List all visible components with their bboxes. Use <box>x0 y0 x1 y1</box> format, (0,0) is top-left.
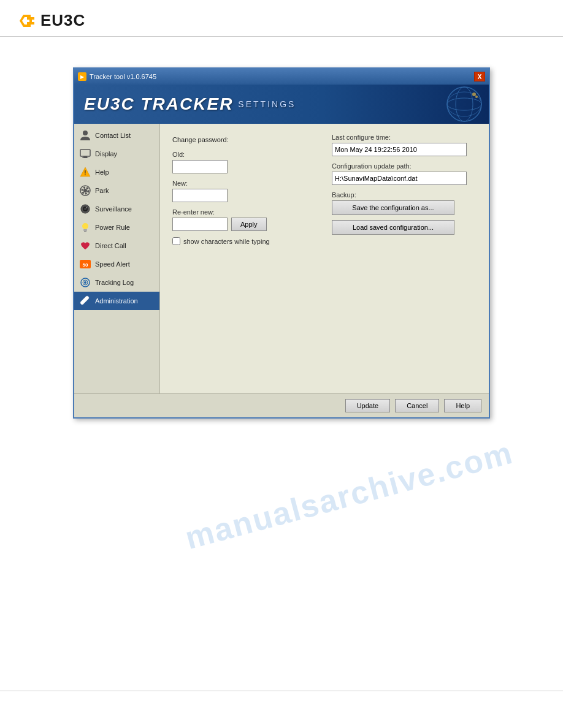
svg-marker-0 <box>20 15 31 27</box>
svg-rect-9 <box>80 150 90 156</box>
sidebar-label-direct-call: Direct Call <box>95 242 126 249</box>
svg-point-8 <box>83 131 88 135</box>
svg-point-20 <box>86 207 87 208</box>
config-update-path-input[interactable] <box>332 172 467 185</box>
svg-point-29 <box>81 302 83 305</box>
globe-decoration <box>434 85 483 124</box>
svg-point-6 <box>472 93 476 96</box>
sidebar-label-park: Park <box>95 187 109 194</box>
svg-text:!: ! <box>84 170 86 176</box>
last-configure-label: Last configure time: <box>332 134 477 141</box>
svg-rect-23 <box>84 231 86 232</box>
reenter-label: Re-enter new: <box>172 208 307 216</box>
camera-icon <box>79 203 91 215</box>
sidebar: Contact List Display <box>74 124 160 393</box>
sidebar-item-contact-list[interactable]: Contact List <box>74 126 159 145</box>
warning-icon: ! <box>79 166 91 178</box>
page-content: ▶ Tracker tool v1.0.6745 X EU3C TRACKER … <box>0 37 563 449</box>
new-password-row: New: <box>172 180 307 202</box>
person-icon <box>79 129 91 142</box>
sidebar-item-park[interactable]: Park <box>74 181 159 200</box>
sidebar-label-contact-list: Contact List <box>95 132 131 139</box>
svg-marker-1 <box>27 17 34 25</box>
svg-point-4 <box>447 98 481 110</box>
tracker-window: ▶ Tracker tool v1.0.6745 X EU3C TRACKER … <box>73 67 490 419</box>
heart-icon <box>79 240 91 252</box>
sidebar-label-tracking-log: Tracking Log <box>95 279 134 286</box>
svg-text:50: 50 <box>83 262 88 268</box>
display-icon <box>79 148 91 160</box>
change-password-section: Change password: <box>172 134 307 145</box>
backup-row: Backup: Save the configuration as... Loa… <box>332 191 477 235</box>
window-title-icon: ▶ <box>78 72 86 81</box>
show-characters-checkbox[interactable] <box>172 237 180 245</box>
window-title: ▶ Tracker tool v1.0.6745 <box>78 72 156 81</box>
app-body: Contact List Display <box>74 124 489 393</box>
svg-point-5 <box>447 92 481 116</box>
speed-icon: 50 <box>79 258 91 270</box>
main-panel: Change password: Old: New: Re-enter new: <box>160 124 489 393</box>
update-button[interactable]: Update <box>345 399 390 412</box>
right-column: Last configure time: Configuration updat… <box>332 134 477 245</box>
left-column: Change password: Old: New: Re-enter new: <box>172 134 307 245</box>
old-password-row: Old: <box>172 151 307 173</box>
reenter-password-input[interactable] <box>172 218 228 231</box>
window-titlebar: ▶ Tracker tool v1.0.6745 X <box>74 69 489 85</box>
sidebar-label-help: Help <box>95 169 109 176</box>
bottom-bar: Update Cancel Help <box>74 393 489 417</box>
sidebar-label-power-rule: Power Rule <box>95 224 130 231</box>
show-characters-row: show characters while typing <box>172 237 307 245</box>
watermark: manualsarchive.com <box>181 434 516 556</box>
eu3c-logo-icon <box>18 12 38 29</box>
app-title-sub: SETTINGS <box>238 99 296 109</box>
page-header: EU3C <box>0 0 563 37</box>
gear-icon <box>79 184 91 197</box>
window-close-button[interactable]: X <box>474 72 485 82</box>
backup-label: Backup: <box>332 191 477 199</box>
app-title-main: EU3C TRACKER <box>84 94 233 114</box>
svg-point-28 <box>84 281 86 284</box>
apply-button[interactable]: Apply <box>231 218 267 231</box>
sidebar-item-administration[interactable]: Administration <box>74 292 159 310</box>
old-password-input[interactable] <box>172 160 228 173</box>
reenter-password-row: Re-enter new: Apply <box>172 208 307 231</box>
svg-point-7 <box>475 96 478 98</box>
config-update-path-label: Configuration update path: <box>332 162 477 170</box>
sidebar-item-power-rule[interactable]: Power Rule <box>74 218 159 237</box>
last-configure-value[interactable] <box>332 143 467 156</box>
two-col-layout: Change password: Old: New: Re-enter new: <box>172 134 477 245</box>
sidebar-item-direct-call[interactable]: Direct Call <box>74 237 159 255</box>
config-update-path-row: Configuration update path: <box>332 162 477 185</box>
sidebar-label-speed-alert: Speed Alert <box>95 260 130 268</box>
new-password-input[interactable] <box>172 189 228 202</box>
svg-rect-22 <box>83 229 87 231</box>
new-label: New: <box>172 180 307 187</box>
svg-rect-11 <box>82 157 88 158</box>
sidebar-item-tracking-log[interactable]: Tracking Log <box>74 273 159 292</box>
window-title-text: Tracker tool v1.0.6745 <box>90 73 156 80</box>
sidebar-item-surveillance[interactable]: Surveillance <box>74 200 159 218</box>
page-footer <box>0 691 563 703</box>
app-banner: EU3C TRACKER SETTINGS <box>74 85 489 124</box>
sidebar-label-administration: Administration <box>95 297 138 305</box>
svg-rect-10 <box>83 156 87 157</box>
sidebar-item-display[interactable]: Display <box>74 145 159 163</box>
sidebar-label-surveillance: Surveillance <box>95 205 132 213</box>
old-label: Old: <box>172 151 307 158</box>
logo-text: EU3C <box>40 11 85 30</box>
wrench-icon <box>79 295 91 307</box>
last-configure-row: Last configure time: <box>332 134 477 156</box>
sidebar-item-help[interactable]: ! Help <box>74 163 159 181</box>
svg-point-15 <box>83 189 87 192</box>
logo-area: EU3C <box>18 11 85 30</box>
cancel-button[interactable]: Cancel <box>395 399 439 412</box>
svg-point-21 <box>82 223 88 229</box>
help-button[interactable]: Help <box>444 399 481 412</box>
bulb-icon <box>79 221 91 233</box>
track-icon <box>79 276 91 289</box>
sidebar-label-display: Display <box>95 150 117 157</box>
load-configuration-button[interactable]: Load saved configuration... <box>332 220 454 235</box>
save-configuration-button[interactable]: Save the configuration as... <box>332 200 454 215</box>
show-characters-label: show characters while typing <box>183 238 270 245</box>
sidebar-item-speed-alert[interactable]: 50 Speed Alert <box>74 255 159 273</box>
